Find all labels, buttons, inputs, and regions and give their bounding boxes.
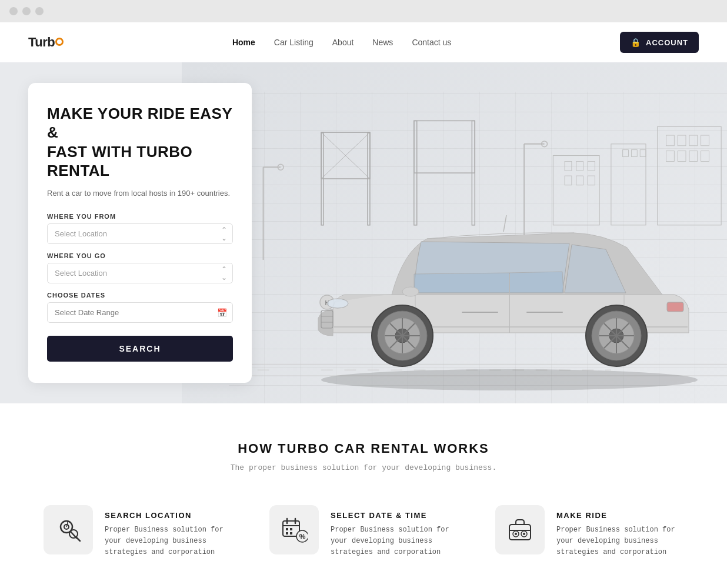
how-subtitle: The proper business solution for your de… <box>28 463 699 472</box>
nav-link-about[interactable]: About <box>332 38 354 47</box>
logo-text: Turb <box>28 35 55 49</box>
logo-accent <box>55 38 64 46</box>
nav-link-home[interactable]: Home <box>232 38 255 47</box>
logo: Turb <box>28 35 64 50</box>
lock-icon: 🔒 <box>631 38 641 47</box>
dates-label: CHOOSE DATES <box>47 292 233 299</box>
svg-point-39 <box>321 369 698 390</box>
step-search-location-icon-box <box>44 505 93 554</box>
where-from-label: WHERE YOU FROM <box>47 213 233 220</box>
where-from-select[interactable]: Select Location <box>47 223 233 244</box>
svg-rect-83 <box>290 532 292 534</box>
svg-rect-80 <box>286 528 288 530</box>
page-wrapper: Turb Home Car Listing About News Contact… <box>0 22 727 588</box>
where-go-select[interactable]: Select Location <box>47 263 233 283</box>
svg-rect-51 <box>667 302 683 312</box>
dates-input[interactable] <box>47 302 233 323</box>
step-select-date-content: SELECT DATE & TIME Proper Business solut… <box>331 505 458 559</box>
where-from-group: WHERE YOU FROM Select Location ⌃⌄ <box>47 213 233 244</box>
where-go-group: WHERE YOU GO Select Location ⌃⌄ <box>47 252 233 283</box>
search-card: MAKE YOUR RIDE EASY & FAST WITH TURBO RE… <box>28 83 252 383</box>
step-select-date-title: SELECT DATE & TIME <box>331 511 458 520</box>
window-chrome <box>0 0 727 22</box>
svg-point-70 <box>402 287 419 296</box>
step-search-location-content: SEARCH LOCATION Proper Business solution… <box>105 505 232 559</box>
step-make-ride: MAKE RIDE Proper Business solution for y… <box>495 505 683 559</box>
car-image: H <box>280 133 727 392</box>
search-button[interactable]: SEARCH <box>47 336 233 362</box>
svg-point-89 <box>515 533 517 535</box>
nav-item-car-listing[interactable]: Car Listing <box>274 37 314 48</box>
nav-item-news[interactable]: News <box>372 37 393 48</box>
nav-link-news[interactable]: News <box>372 38 393 47</box>
step-make-ride-title: MAKE RIDE <box>556 511 683 520</box>
search-location-icon <box>55 516 82 543</box>
steps-grid: SEARCH LOCATION Proper Business solution… <box>28 505 699 559</box>
svg-line-75 <box>76 537 80 541</box>
nav-link-car-listing[interactable]: Car Listing <box>274 38 314 47</box>
car-svg: H <box>280 133 727 392</box>
how-title: HOW TURBO CAR RENTAL WORKS <box>28 441 699 456</box>
window-btn-maximize[interactable] <box>35 7 44 15</box>
nav-item-contact[interactable]: Contact us <box>412 37 451 48</box>
nav-links: Home Car Listing About News Contact us <box>232 37 451 48</box>
step-search-location-desc: Proper Business solution for your develo… <box>105 524 232 559</box>
dates-wrapper: 📅 <box>47 302 233 323</box>
hero-section: H <box>0 62 727 403</box>
nav-link-contact[interactable]: Contact us <box>412 38 451 47</box>
nav-item-about[interactable]: About <box>332 37 354 48</box>
how-section: HOW TURBO CAR RENTAL WORKS The proper bu… <box>0 403 727 588</box>
calendar-time-icon: % <box>281 516 308 543</box>
step-make-ride-desc: Proper Business solution for your develo… <box>556 524 683 559</box>
svg-point-50 <box>327 299 348 308</box>
account-label: ACCOUNT <box>646 38 688 47</box>
where-from-wrapper: Select Location ⌃⌄ <box>47 223 233 244</box>
navbar: Turb Home Car Listing About News Contact… <box>0 22 727 62</box>
step-search-location-title: SEARCH LOCATION <box>105 511 232 520</box>
step-make-ride-icon-box <box>495 505 545 554</box>
svg-line-69 <box>503 215 506 232</box>
make-ride-icon <box>506 516 533 543</box>
svg-text:%: % <box>299 533 306 541</box>
svg-rect-81 <box>290 528 292 530</box>
step-make-ride-content: MAKE RIDE Proper Business solution for y… <box>556 505 683 559</box>
svg-rect-82 <box>286 532 288 534</box>
window-btn-close[interactable] <box>9 7 18 15</box>
step-select-date-icon-box: % <box>269 505 319 554</box>
dates-group: CHOOSE DATES 📅 <box>47 292 233 323</box>
nav-item-home[interactable]: Home <box>232 37 255 48</box>
hero-heading: MAKE YOUR RIDE EASY & FAST WITH TURBO RE… <box>47 104 233 181</box>
hero-description: Rent a car to move from local hosts in 1… <box>47 188 233 199</box>
where-go-wrapper: Select Location ⌃⌄ <box>47 263 233 283</box>
account-button[interactable]: 🔒 ACCOUNT <box>620 32 699 53</box>
window-btn-minimize[interactable] <box>22 7 31 15</box>
step-select-date: % SELECT DATE & TIME Proper Business sol… <box>269 505 458 559</box>
svg-rect-86 <box>509 524 531 540</box>
where-go-label: WHERE YOU GO <box>47 252 233 259</box>
step-search-location: SEARCH LOCATION Proper Business solution… <box>44 505 232 559</box>
svg-point-91 <box>523 533 525 535</box>
hero-background: H <box>182 62 727 403</box>
step-select-date-desc: Proper Business solution for your develo… <box>331 524 458 559</box>
